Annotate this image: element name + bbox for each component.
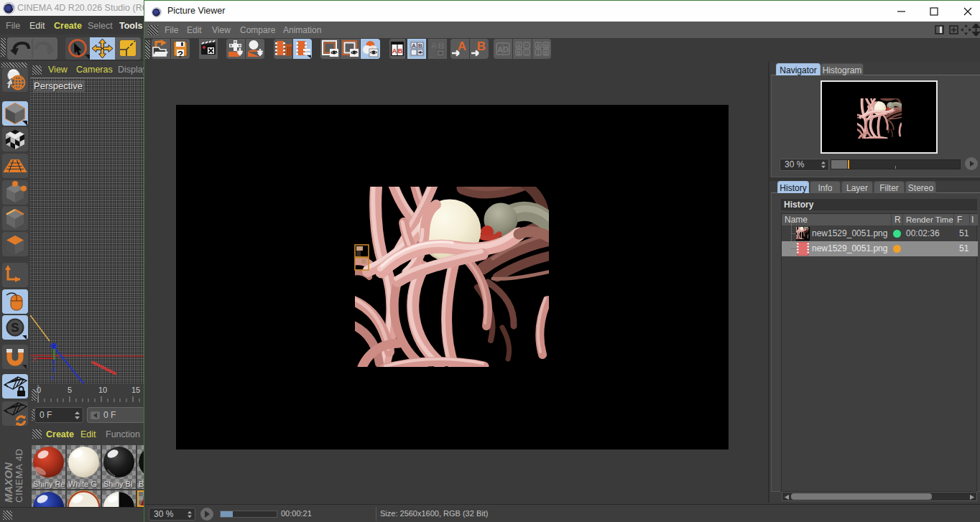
svg-text:D: D — [503, 45, 509, 54]
svg-text:A: A — [458, 39, 466, 53]
svg-text:A: A — [392, 47, 397, 55]
svg-text:B: B — [544, 42, 548, 49]
svg-text:B: B — [418, 42, 422, 49]
svg-text:Y: Y — [52, 344, 56, 349]
svg-text:S: S — [11, 321, 19, 335]
svg-text:10: 10 — [98, 386, 107, 394]
svg-text:B: B — [517, 50, 521, 56]
svg-text:A: A — [431, 41, 438, 51]
svg-text:1: 1 — [537, 50, 540, 56]
svg-text:X: X — [32, 355, 37, 363]
svg-text:B: B — [544, 50, 548, 56]
svg-text:B: B — [477, 39, 486, 53]
svg-text:?: ? — [177, 49, 183, 59]
svg-text:B: B — [398, 47, 403, 55]
svg-text:A: A — [412, 42, 416, 49]
svg-text:A: A — [517, 42, 521, 49]
svg-text:15: 15 — [131, 386, 140, 394]
svg-text:z: z — [51, 374, 55, 381]
svg-text:B: B — [438, 41, 445, 51]
svg-text:5: 5 — [68, 386, 72, 394]
svg-text:A: A — [536, 42, 540, 49]
svg-text:0: 0 — [37, 386, 41, 394]
svg-text:A: A — [497, 45, 503, 54]
